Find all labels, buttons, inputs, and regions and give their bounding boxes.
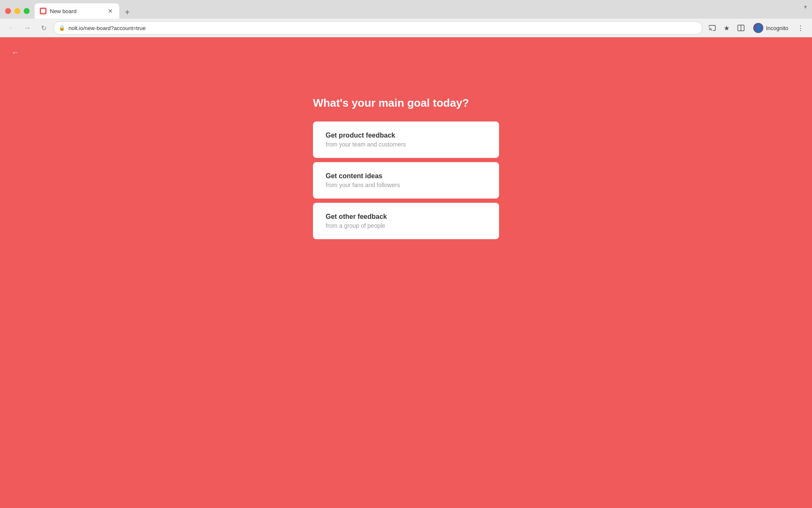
new-tab-button[interactable]: + [121,6,134,19]
option-subtitle-other-feedback: from a group of people [326,222,486,229]
browser-chrome: New board ✕ + ▾ ← → ↻ 🔒 ★ [0,0,812,37]
option-card-other-feedback[interactable]: Get other feedback from a group of peopl… [313,203,499,239]
option-subtitle-content-ideas: from your fans and followers [326,182,486,188]
tab-title: New board [50,8,103,14]
option-title-content-ideas: Get content ideas [326,172,486,180]
minimize-window-button[interactable] [14,8,20,14]
reload-button[interactable]: ↻ [37,22,50,34]
split-screen-icon[interactable] [735,22,747,34]
incognito-label: Incognito [766,25,788,31]
tab-close-button[interactable]: ✕ [107,7,114,15]
forward-button[interactable]: → [21,22,34,34]
active-tab[interactable]: New board ✕ [35,3,119,19]
maximize-window-button[interactable] [24,8,30,14]
back-button[interactable]: ← [5,22,18,34]
browser-toolbar: ← → ↻ 🔒 ★ 👤 [0,19,812,37]
incognito-button[interactable]: 👤 Incognito [749,21,793,35]
option-title-other-feedback: Get other feedback [326,213,486,221]
incognito-avatar: 👤 [753,23,763,33]
toolbar-actions: ★ 👤 Incognito ⋮ [706,21,807,35]
back-arrow-icon: ← [11,48,19,57]
tab-bar: New board ✕ + [35,3,807,19]
page-heading: What's your main goal today? [313,97,499,110]
window-controls [5,8,30,14]
bookmark-icon[interactable]: ★ [720,22,733,34]
menu-button[interactable]: ⋮ [794,22,807,34]
lock-icon: 🔒 [59,25,65,31]
back-navigation-button[interactable]: ← [8,46,22,59]
address-bar[interactable] [69,25,697,31]
close-window-button[interactable] [5,8,11,14]
tab-favicon [40,8,47,14]
option-card-product-feedback[interactable]: Get product feedback from your team and … [313,121,499,158]
dropdown-arrow-icon[interactable]: ▾ [799,0,812,14]
option-card-content-ideas[interactable]: Get content ideas from your fans and fol… [313,162,499,199]
main-container: What's your main goal today? Get product… [313,97,499,239]
option-title-product-feedback: Get product feedback [326,132,486,139]
option-subtitle-product-feedback: from your team and customers [326,141,486,148]
title-bar: New board ✕ + ▾ [0,0,812,19]
address-bar-container: 🔒 [53,21,702,35]
cast-icon[interactable] [706,22,719,34]
page-content: ← What's your main goal today? Get produ… [0,37,812,508]
